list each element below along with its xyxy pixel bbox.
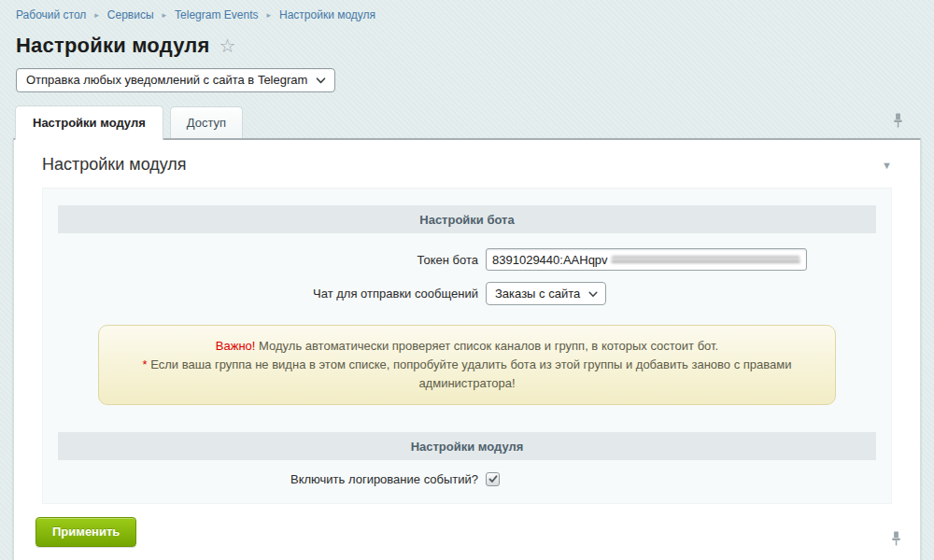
page-title-row: Настройки модуля ☆ — [16, 34, 919, 58]
panel-title: Настройки модуля — [42, 155, 187, 175]
notice-text-2: Если ваша группа не видна в этом списке,… — [150, 357, 791, 390]
token-value: 8391029440:AAHqpv — [492, 253, 608, 267]
check-icon — [488, 472, 498, 486]
breadcrumb-item-module-settings[interactable]: Настройки модуля — [279, 8, 375, 21]
apply-button[interactable]: Применить — [35, 517, 136, 547]
breadcrumb-separator-icon: ▸ — [163, 9, 167, 21]
section-header-module: Настройки модуля — [58, 432, 876, 460]
pushpin-icon[interactable] — [891, 531, 901, 546]
breadcrumb-separator-icon: ▸ — [94, 9, 99, 21]
page: Рабочий стол ▸ Сервисы ▸ Telegram Events… — [0, 0, 934, 560]
collapse-triangle-icon[interactable]: ▼ — [882, 160, 892, 171]
section-header-bot: Настройки бота — [58, 205, 876, 233]
notice-text-1: Модуль автоматически проверяет список ка… — [259, 339, 718, 353]
module-select-value: Отправка любых уведомлений с сайта в Tel… — [26, 73, 307, 87]
chat-row: Чат для отправки сообщений Заказы с сайт… — [58, 282, 876, 305]
chevron-down-icon — [588, 287, 598, 301]
logging-checkbox[interactable] — [486, 472, 500, 486]
tab-bar: Настройки модуля Доступ — [15, 105, 934, 138]
page-title: Настройки модуля — [16, 34, 210, 58]
tab-access[interactable]: Доступ — [170, 106, 243, 138]
token-label: Токен бота — [58, 253, 478, 267]
module-select[interactable]: Отправка любых уведомлений с сайта в Tel… — [16, 68, 335, 92]
chat-select-value: Заказы с сайта — [495, 287, 580, 301]
panel-footer: Применить — [14, 504, 920, 560]
redacted-token-blur — [611, 254, 800, 266]
breadcrumb: Рабочий стол ▸ Сервисы ▸ Telegram Events… — [0, 0, 934, 21]
breadcrumb-separator-icon: ▸ — [266, 9, 271, 21]
settings-form: Настройки бота Токен бота 8391029440:AAH… — [42, 188, 892, 504]
token-row: Токен бота 8391029440:AAHqpv — [58, 248, 876, 271]
tab-module-settings[interactable]: Настройки модуля — [15, 105, 163, 140]
chat-label: Чат для отправки сообщений — [58, 287, 478, 301]
favorite-star-icon[interactable]: ☆ — [219, 36, 236, 55]
logging-row: Включить логирование событий? — [58, 472, 876, 486]
chat-select[interactable]: Заказы с сайта — [486, 282, 606, 305]
settings-panel: Настройки модуля ▼ Настройки бота Токен … — [13, 138, 921, 560]
breadcrumb-item-services[interactable]: Сервисы — [107, 8, 154, 21]
important-label: Важно! — [216, 339, 256, 353]
logging-label: Включить логирование событий? — [58, 472, 478, 486]
notice-asterisk: * — [143, 357, 148, 371]
warning-notice: Важно! Модуль автоматически проверяет сп… — [98, 325, 836, 405]
breadcrumb-item-telegram-events[interactable]: Telegram Events — [175, 8, 258, 21]
chevron-down-icon — [316, 73, 326, 87]
token-input[interactable]: 8391029440:AAHqpv — [486, 248, 807, 271]
breadcrumb-item-desktop[interactable]: Рабочий стол — [16, 8, 86, 21]
